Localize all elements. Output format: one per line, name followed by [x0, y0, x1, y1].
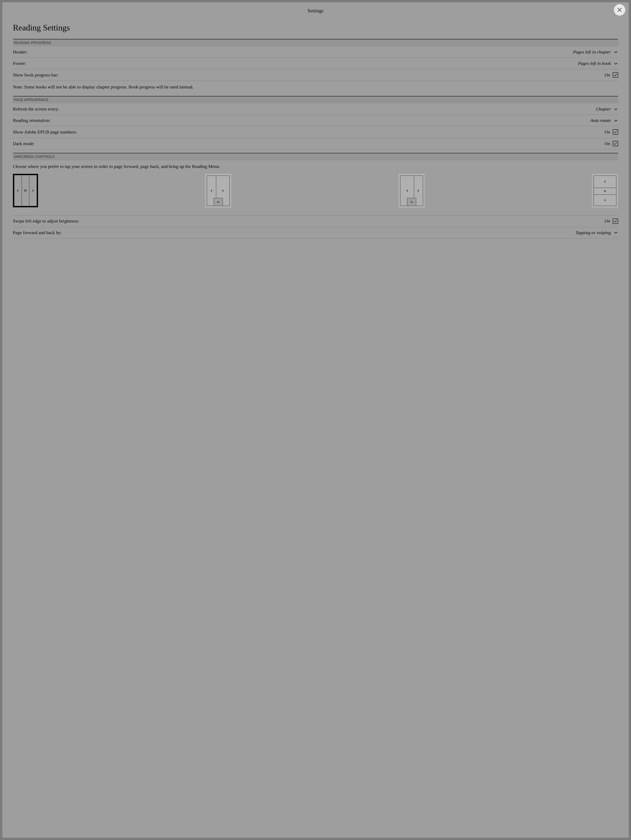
row-value-group: On — [604, 218, 618, 224]
tap-layout-option-1[interactable] — [13, 174, 38, 207]
row-label: Page forward and back by: — [13, 230, 62, 235]
layout-preview — [207, 175, 230, 206]
page-title: Reading Settings — [13, 23, 618, 33]
chevron-down-icon — [614, 107, 618, 111]
row-value-group: Chapter — [596, 106, 618, 112]
layout-preview — [400, 175, 423, 206]
chevron-down-icon — [614, 230, 618, 235]
row-progress-bar[interactable]: Show book progress bar: On — [13, 69, 618, 81]
tap-layout-options — [13, 174, 618, 215]
topbar: Settings — [2, 2, 629, 19]
row-swipe-brightness[interactable]: Swipe left edge to adjust brightness: On — [13, 215, 618, 227]
row-label: Show Adobe EPUB page numbers: — [13, 129, 77, 135]
content: Reading Settings READING PROGRESS Header… — [2, 23, 629, 238]
layout-preview — [13, 174, 38, 207]
checkbox-epub-pages[interactable] — [613, 129, 618, 135]
note-text: Note: Some books will not be able to dis… — [13, 81, 618, 96]
chevron-right-icon — [594, 194, 616, 205]
row-value: Chapter — [596, 106, 611, 112]
row-value-group: Auto rotate — [590, 118, 618, 123]
row-label: Swipe left edge to adjust brightness: — [13, 218, 79, 224]
row-epub-pages[interactable]: Show Adobe EPUB page numbers: On — [13, 126, 618, 138]
row-header-display[interactable]: Header: Pages left in chapter — [13, 46, 618, 58]
chevron-down-icon — [614, 50, 618, 54]
tap-layout-option-2[interactable] — [205, 174, 231, 208]
row-value: On — [604, 73, 610, 77]
row-value-group: On — [604, 72, 618, 77]
chevron-down-icon — [614, 61, 618, 66]
row-label: Header: — [13, 49, 27, 55]
chevron-left-icon — [594, 176, 616, 188]
section-header-onscreen-controls: ONSCREEN CONTROLS — [13, 153, 618, 160]
row-value-group: Pages left in book — [578, 61, 618, 66]
onscreen-description: Choose where you prefer to tap your scre… — [13, 160, 618, 174]
row-label: Reading orientation: — [13, 118, 50, 123]
row-value-group: On — [604, 141, 618, 146]
layout-preview — [593, 175, 616, 206]
check-icon — [614, 142, 617, 145]
row-label: Show book progress bar: — [13, 73, 58, 77]
row-value-group: Tapping or swiping — [576, 230, 618, 235]
row-value: On — [604, 129, 610, 135]
section-header-reading-progress: READING PROGRESS — [13, 39, 618, 46]
menu-icon — [407, 198, 416, 206]
row-page-turn-method[interactable]: Page forward and back by: Tapping or swi… — [13, 227, 618, 238]
row-refresh[interactable]: Refresh the screen every: Chapter — [13, 103, 618, 115]
tap-layout-option-4[interactable] — [592, 174, 618, 208]
row-footer-display[interactable]: Footer: Pages left in book — [13, 58, 618, 69]
checkbox-swipe-brightness[interactable] — [613, 218, 618, 224]
check-icon — [614, 130, 617, 134]
row-dark-mode[interactable]: Dark mode: On — [13, 138, 618, 150]
row-value: Pages left in book — [578, 61, 611, 66]
chevron-left-icon — [14, 175, 22, 206]
row-value: Tapping or swiping — [576, 230, 611, 235]
row-label: Footer: — [13, 61, 26, 66]
checkbox-dark-mode[interactable] — [613, 141, 618, 146]
settings-panel: Settings Reading Settings READING PROGRE… — [2, 2, 629, 838]
row-value-group: On — [604, 129, 618, 135]
menu-icon — [594, 188, 616, 194]
chevron-right-icon — [29, 175, 37, 206]
section-header-page-appearance: PAGE APPEARANCE — [13, 96, 618, 103]
checkbox-progress-bar[interactable] — [613, 72, 618, 77]
row-value-group: Pages left in chapter — [573, 49, 618, 55]
tap-layout-option-3[interactable] — [399, 174, 425, 208]
topbar-title: Settings — [308, 8, 323, 14]
row-value: On — [604, 218, 610, 224]
close-button[interactable] — [614, 4, 625, 16]
menu-icon — [214, 198, 222, 206]
check-icon — [614, 73, 617, 77]
row-orientation[interactable]: Reading orientation: Auto rotate — [13, 115, 618, 126]
close-icon — [617, 7, 622, 13]
row-value: On — [604, 141, 610, 146]
row-value: Auto rotate — [590, 118, 611, 123]
chevron-down-icon — [614, 118, 618, 123]
check-icon — [614, 219, 617, 223]
row-label: Refresh the screen every: — [13, 106, 59, 112]
row-label: Dark mode: — [13, 141, 35, 146]
menu-icon — [22, 175, 29, 206]
row-value: Pages left in chapter — [573, 49, 611, 55]
